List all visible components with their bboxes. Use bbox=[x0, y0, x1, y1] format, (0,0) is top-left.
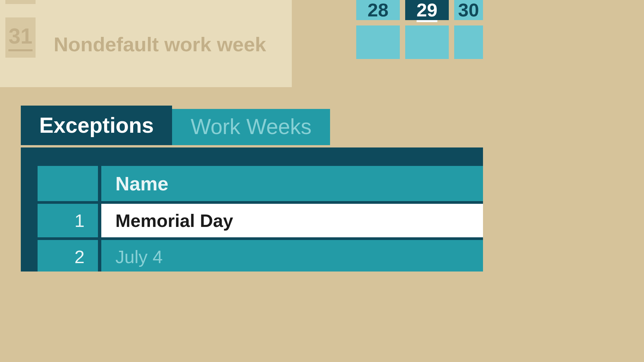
table-header-name: Name bbox=[101, 166, 483, 201]
calendar-day-label: 30 bbox=[458, 0, 479, 20]
legend-nondefault-week: Nondefault work week bbox=[54, 33, 266, 56]
exceptions-panel: Name 1 Memorial Day 2 July 4 bbox=[21, 147, 483, 272]
table-row-name[interactable]: July 4 bbox=[101, 240, 483, 272]
exceptions-table: Name 1 Memorial Day 2 July 4 bbox=[38, 166, 483, 272]
calendar-day-empty[interactable] bbox=[356, 25, 400, 59]
table-header-number bbox=[38, 166, 98, 201]
calendar-day-empty[interactable] bbox=[405, 25, 449, 59]
table-row-number[interactable]: 1 bbox=[38, 204, 98, 237]
table-row-number[interactable]: 2 bbox=[38, 240, 98, 272]
table-row-name[interactable]: Memorial Day bbox=[101, 204, 483, 237]
faded-panel: 31 Nondefault work week bbox=[0, 0, 292, 87]
calendar-day-label: 28 bbox=[368, 0, 388, 20]
calendar-day-29-selected[interactable]: 29 bbox=[405, 0, 449, 20]
calendar-day-30[interactable]: 30 bbox=[454, 0, 483, 20]
tab-bar: Exceptions Work Weeks bbox=[21, 106, 330, 145]
faded-cell-fragment bbox=[5, 0, 36, 4]
calendar-row: 28 29 30 bbox=[356, 0, 483, 20]
tab-exceptions[interactable]: Exceptions bbox=[21, 106, 172, 145]
calendar-day-empty[interactable] bbox=[454, 25, 483, 59]
tab-work-weeks[interactable]: Work Weeks bbox=[172, 109, 330, 145]
calendar-grid: 28 29 30 bbox=[356, 0, 483, 59]
calendar-row bbox=[356, 25, 483, 59]
calendar-day-28[interactable]: 28 bbox=[356, 0, 400, 20]
calendar-day-31: 31 bbox=[5, 17, 36, 58]
calendar-day-label: 29 bbox=[417, 0, 437, 22]
calendar-day-label: 31 bbox=[8, 24, 32, 51]
